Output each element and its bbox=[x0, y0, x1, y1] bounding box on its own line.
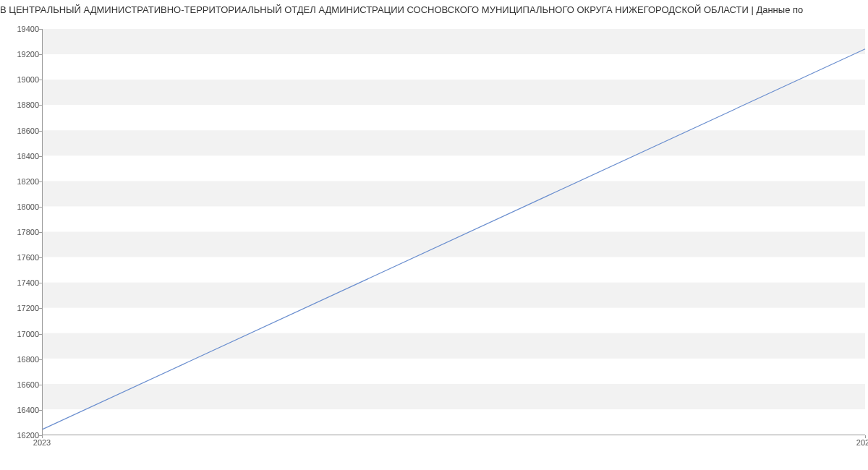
y-tick-label: 17200 bbox=[3, 304, 39, 312]
svg-rect-7 bbox=[43, 29, 865, 54]
y-tick-label: 17000 bbox=[3, 330, 39, 338]
y-tick-mark bbox=[39, 359, 42, 360]
y-tick-label: 19000 bbox=[3, 75, 39, 84]
y-tick-mark bbox=[39, 334, 42, 335]
y-tick-mark bbox=[39, 156, 42, 157]
x-tick-label: 2023 bbox=[33, 438, 51, 447]
y-tick-label: 17600 bbox=[3, 253, 39, 262]
y-tick-mark bbox=[39, 80, 42, 80]
y-tick-mark bbox=[39, 410, 42, 411]
x-tick-mark bbox=[42, 435, 43, 438]
y-tick-label: 18200 bbox=[3, 177, 39, 186]
y-tick-mark bbox=[39, 385, 42, 385]
x-tick-mark bbox=[865, 435, 866, 438]
y-tick-label: 17400 bbox=[3, 278, 39, 287]
y-tick-mark bbox=[39, 232, 42, 233]
y-tick-label: 16400 bbox=[3, 406, 39, 414]
svg-rect-2 bbox=[43, 283, 865, 308]
x-tick-label: 2024 bbox=[856, 438, 868, 447]
y-tick-label: 19400 bbox=[3, 25, 39, 33]
svg-rect-3 bbox=[43, 232, 865, 257]
svg-rect-1 bbox=[43, 333, 865, 359]
y-tick-mark bbox=[39, 308, 42, 309]
y-tick-mark bbox=[39, 257, 42, 258]
y-tick-label: 18400 bbox=[3, 152, 39, 161]
y-tick-label: 17800 bbox=[3, 228, 39, 236]
y-tick-mark bbox=[39, 283, 42, 283]
y-tick-label: 18800 bbox=[3, 101, 39, 109]
y-tick-mark bbox=[39, 54, 42, 55]
y-tick-mark bbox=[39, 131, 42, 132]
y-tick-label: 18000 bbox=[3, 202, 39, 211]
svg-rect-6 bbox=[43, 80, 865, 105]
chart-container: 1620016400166001680017000172001740017600… bbox=[0, 20, 868, 458]
y-tick-label: 18600 bbox=[3, 127, 39, 135]
y-tick-mark bbox=[39, 207, 42, 208]
y-tick-mark bbox=[39, 105, 42, 106]
svg-rect-5 bbox=[43, 130, 865, 155]
plot-area bbox=[42, 29, 865, 435]
y-tick-label: 19200 bbox=[3, 50, 39, 59]
y-tick-label: 16800 bbox=[3, 355, 39, 364]
y-tick-mark bbox=[39, 181, 42, 182]
svg-rect-0 bbox=[43, 384, 865, 409]
svg-rect-4 bbox=[43, 181, 865, 206]
chart-svg bbox=[43, 29, 865, 435]
chart-title: В ЦЕНТРАЛЬНЫЙ АДМИНИСТРАТИВНО-ТЕРРИТОРИА… bbox=[0, 0, 868, 15]
y-tick-label: 16600 bbox=[3, 380, 39, 389]
y-tick-mark bbox=[39, 29, 42, 30]
